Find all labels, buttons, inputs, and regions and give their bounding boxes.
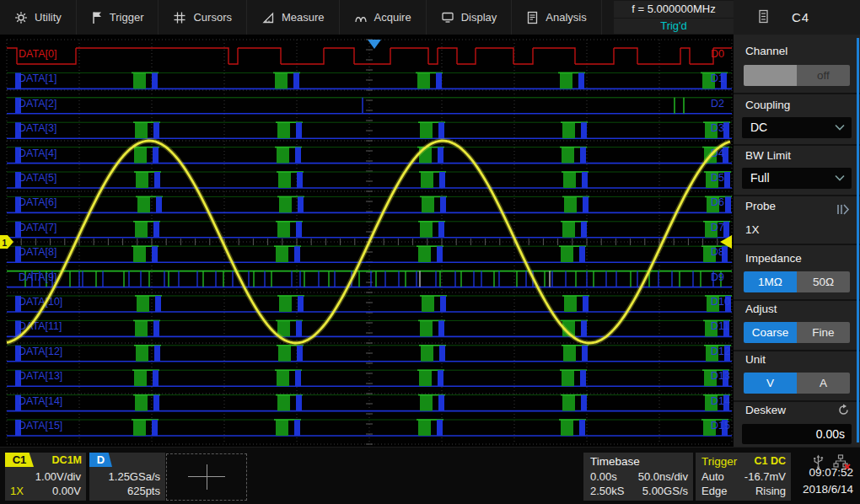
digital-channel-label[interactable]: DATA[1] <box>19 72 56 84</box>
frequency-value: f = 5.000000MHz <box>614 1 734 19</box>
digital-channel-label[interactable]: DATA[7] <box>19 222 56 233</box>
channel-off-segment[interactable]: off <box>797 65 850 86</box>
digital-channel-label[interactable]: DATA[8] <box>19 246 56 258</box>
digital-channel-label[interactable]: DATA[14] <box>19 395 62 407</box>
acquire-icon <box>354 12 368 24</box>
coupling-label: Coupling <box>745 99 790 111</box>
trigger-box[interactable]: Trigger C1 DC Auto -16.7mV Edge Rising <box>696 453 791 501</box>
timebase-delay: 0.00s <box>590 470 617 483</box>
impedance-1mohm[interactable]: 1MΩ <box>744 271 797 292</box>
menu-item-cursors[interactable]: Cursors <box>159 0 247 35</box>
menu-item-measure[interactable]: Measure <box>247 0 340 35</box>
channel1-descriptor-box[interactable]: C1 DC1M 1.00V/div 1X 0.00V <box>5 453 86 501</box>
menu-item-trigger[interactable]: Trigger <box>77 0 159 35</box>
panel-title: C4 <box>792 10 809 24</box>
trigger-mode: Auto <box>701 470 724 483</box>
unit-volts[interactable]: V <box>744 373 797 394</box>
menu-item-acquire[interactable]: Acquire <box>340 0 427 35</box>
adjust-toggle[interactable]: Coarse Fine <box>744 322 850 343</box>
timebase-points: 2.50kS <box>590 485 624 497</box>
waveform-display[interactable]: DATA[0]D0DATA[1]D1DATA[2]D2DATA[3]D3DATA… <box>0 35 734 447</box>
digital-channel-label[interactable]: DATA[4] <box>19 147 56 159</box>
digital-channel-label[interactable]: DATA[0] <box>19 48 56 60</box>
digital-channel-right-label: D11 <box>711 320 729 332</box>
status-bar: C1 DC1M 1.00V/div 1X 0.00V D 1.25GSa/s 6… <box>0 447 860 504</box>
reset-icon[interactable] <box>837 404 850 420</box>
deskew-input[interactable]: 0.00s <box>742 424 852 444</box>
panel-scrollbar[interactable] <box>857 38 859 442</box>
chevron-down-icon <box>835 174 845 181</box>
unit-label: Unit <box>745 353 766 366</box>
adjust-coarse[interactable]: Coarse <box>744 322 797 343</box>
digital-descriptor-box[interactable]: D 1.25GSa/s 625pts <box>89 453 165 501</box>
trigger-type: Edge <box>701 485 727 497</box>
menu-item-label: Utility <box>35 11 62 24</box>
digital-channel-right-label: D13 <box>711 370 730 382</box>
digital-channel-label[interactable]: DATA[13] <box>19 370 62 382</box>
digital-channel-label[interactable]: DATA[12] <box>19 346 62 357</box>
menu-item-label: Measure <box>282 11 325 24</box>
trigger-position-marker[interactable] <box>368 40 381 49</box>
digital-channel-right-label: D0 <box>711 48 724 60</box>
trigger-slope: Rising <box>755 485 786 497</box>
timebase-box[interactable]: Timebase 0.00s 50.0ns/div 2.50kS 5.00GS/… <box>583 453 693 501</box>
menu-item-display[interactable]: Display <box>427 0 513 35</box>
add-channel-box[interactable] <box>166 453 247 501</box>
digital-channel-right-label: D10 <box>711 296 730 308</box>
unit-toggle[interactable]: V A <box>744 373 850 394</box>
menu-item-label: Analysis <box>546 11 586 24</box>
trigger-source: C1 DC <box>754 455 786 467</box>
timebase-title: Timebase <box>590 455 640 468</box>
timebase-sample-rate: 5.00GS/s <box>642 485 688 497</box>
digital-channel-label[interactable]: DATA[9] <box>19 271 56 283</box>
digital-channel-label[interactable]: DATA[10] <box>19 296 62 308</box>
frequency-readout: f = 5.000000MHz Trig'd <box>614 1 734 34</box>
digital-channel-label[interactable]: DATA[5] <box>19 172 56 184</box>
channel1-tab[interactable]: C1 <box>5 453 34 467</box>
menu-item-label: Trigger <box>110 11 144 24</box>
digital-tab[interactable]: D <box>89 453 112 467</box>
digital-channel-label[interactable]: DATA[2] <box>19 98 56 110</box>
c1-offset: 0.00V <box>52 485 81 497</box>
probe-value[interactable]: 1X <box>745 223 760 236</box>
bw-limit-dropdown[interactable]: Full <box>742 168 852 189</box>
chevron-down-icon <box>835 124 845 131</box>
digital-channel-right-label: D7 <box>711 222 724 233</box>
impedance-50ohm[interactable]: 50Ω <box>797 271 850 292</box>
menu-item-analysis[interactable]: Analysis <box>512 0 601 35</box>
menu-item-utility[interactable]: Utility <box>0 0 77 35</box>
gear-icon <box>14 11 28 24</box>
timebase-scale: 50.0ns/div <box>638 470 688 483</box>
digital-channel-label[interactable]: DATA[6] <box>19 196 56 208</box>
trigger-status: Trig'd <box>614 19 734 34</box>
adjust-fine[interactable]: Fine <box>797 322 850 343</box>
c1-scale: 1.00V/div <box>35 470 81 483</box>
trigger-level: -16.7mV <box>744 470 786 483</box>
adjust-label: Adjust <box>745 303 777 315</box>
channel-on-off-toggle[interactable]: off <box>744 65 850 86</box>
deskew-label: Deskew <box>745 404 786 416</box>
digital-channel-right-label: D8 <box>711 246 724 258</box>
probe-expand-icon[interactable] <box>836 203 850 218</box>
channel1-level-marker-label: 1 <box>3 239 8 248</box>
clock-date: 2018/6/14 <box>803 483 853 496</box>
digital-sample-rate: 1.25GSa/s <box>109 470 160 483</box>
unit-amps[interactable]: A <box>797 373 850 394</box>
channel-on-segment[interactable] <box>744 65 797 86</box>
digital-channel-label[interactable]: DATA[15] <box>19 420 62 432</box>
coupling-dropdown[interactable]: DC <box>742 117 852 138</box>
digital-channel-right-label: D6 <box>711 196 724 208</box>
digital-channel-right-label: D14 <box>711 395 730 407</box>
impedance-toggle[interactable]: 1MΩ 50Ω <box>744 271 850 292</box>
panel-header[interactable]: C4 <box>734 0 860 35</box>
digital-channel-label[interactable]: DATA[3] <box>19 122 56 134</box>
impedance-label: Impedance <box>745 252 802 265</box>
probe-label: Probe <box>745 200 776 212</box>
menu-list-icon[interactable] <box>757 9 770 26</box>
flag-icon <box>91 11 103 24</box>
measure-icon <box>261 11 275 24</box>
digital-channel-right-label: D5 <box>711 172 724 184</box>
analysis-icon <box>526 11 539 24</box>
menu-item-label: Display <box>461 11 497 24</box>
cursors-icon <box>173 11 186 24</box>
